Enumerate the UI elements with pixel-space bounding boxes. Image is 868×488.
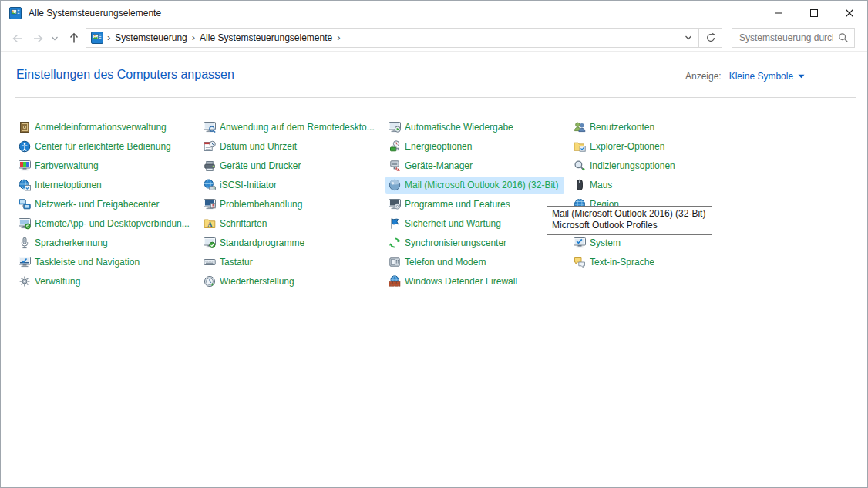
control-panel-item[interactable]: Standardprogramme [200,234,311,251]
remoteapp-connections-icon [19,217,31,230]
control-panel-item[interactable]: Problembehandlung [200,196,308,213]
refresh-button[interactable] [698,29,722,47]
item-label: Internetoptionen [35,180,102,190]
control-panel-item[interactable]: Farbverwaltung [15,157,105,174]
control-panel-item[interactable]: Center für erleichterte Bedienung [15,138,177,155]
item-label: Indizierungsoptionen [590,160,675,171]
item-label: Text-in-Sprache [590,257,654,268]
recovery-icon [204,275,216,288]
breadcrumb: ›Systemsteuerung›Alle Systemsteuerungsel… [103,29,345,47]
remote-desktop-app-icon [204,121,216,133]
breadcrumb-separator-icon: › [188,32,199,43]
item-label: Automatische Wiedergabe [405,122,513,133]
control-panel-item[interactable]: Internetoptionen [15,177,108,194]
control-panel-item[interactable]: Indizierungsoptionen [570,157,681,174]
network-sharing-icon [19,198,31,210]
devices-printers-icon [204,160,216,172]
iscsi-initiator-icon [204,179,216,191]
forward-button[interactable] [29,25,49,51]
breadcrumb-item[interactable]: Systemsteuerung [114,32,187,43]
control-panel-item[interactable]: Netzwerk- und Freigabecenter [15,196,165,213]
chevron-down-icon [685,35,692,41]
up-button[interactable] [64,25,84,51]
control-panel-item[interactable]: Mail (Microsoft Outlook 2016) (32-Bit) [385,177,564,194]
item-label: Problembehandlung [220,199,302,210]
control-panel-item[interactable]: Geräte-Manager [385,157,479,174]
forward-arrow-icon [32,32,45,45]
mail-icon [389,179,401,191]
item-label: Mail (Microsoft Outlook 2016) (32-Bit) [405,180,558,190]
control-panel-item[interactable]: Automatische Wiedergabe [385,119,520,136]
item-label: Netzwerk- und Freigabecenter [35,199,159,210]
control-panel-item[interactable]: Text-in-Sprache [570,254,661,271]
control-panel-item[interactable]: Anmeldeinformationsverwaltung [15,119,173,136]
item-label: Synchronisierungscenter [405,237,506,248]
maximize-icon [809,8,819,18]
credential-manager-icon [19,121,31,133]
view-by-dropdown[interactable]: Kleine Symbole [729,71,805,82]
item-label: Explorer-Optionen [590,141,664,152]
view-by-control: Anzeige: Kleine Symbole [685,71,805,82]
item-label: Taskleiste und Navigation [35,257,140,268]
control-panel-item[interactable]: Sicherheit und Wartung [385,215,507,232]
control-panel-item[interactable]: Windows Defender Firewall [385,273,523,290]
indexing-options-icon [574,160,586,172]
control-panel-item[interactable]: Energieoptionen [385,138,478,155]
breadcrumb-item[interactable]: Alle Systemsteuerungselemente [199,32,333,43]
item-label: Standardprogramme [220,237,304,248]
taskbar-navigation-icon [19,256,31,268]
control-panel-item[interactable]: Maus [570,177,618,194]
control-panel-item[interactable]: Verwaltung [15,273,86,290]
search-icon [838,32,849,43]
control-panel-item[interactable]: Synchronisierungscenter [385,234,513,251]
tooltip-line-2: Microsoft Outlook Profiles [552,220,705,231]
control-panel-item[interactable]: Telefon und Modem [385,254,492,271]
minimize-icon [774,8,783,18]
control-panel-item[interactable]: Geräte und Drucker [200,157,307,174]
control-panel-item[interactable]: Spracherkennung [15,234,114,251]
close-button[interactable] [832,1,867,25]
breadcrumb-separator-icon: › [103,32,114,43]
control-panel-item[interactable]: System [570,234,627,251]
item-label: iSCSI-Initiator [220,180,277,190]
default-programs-icon [204,237,216,249]
window-controls [761,1,867,25]
administrative-tools-icon [19,275,31,288]
address-bar[interactable]: ›Systemsteuerung›Alle Systemsteuerungsel… [86,28,722,48]
device-manager-icon [389,160,401,172]
system-icon [574,237,586,249]
date-time-icon [204,140,216,153]
control-panel-item[interactable]: Wiederherstellung [200,273,301,290]
programs-features-icon [389,198,401,210]
mail-item-tooltip: Mail (Microsoft Outlook 2016) (32-Bit) M… [547,206,712,235]
control-panel-item[interactable]: Taskleiste und Navigation [15,254,146,271]
search-input[interactable] [732,32,833,43]
header-divider [15,97,856,98]
control-panel-item[interactable]: Explorer-Optionen [570,138,671,155]
explorer-options-icon [574,140,586,153]
control-panel-item[interactable]: Benutzerkonten [570,119,661,136]
security-maintenance-icon [389,217,401,230]
address-dropdown-button[interactable] [678,29,698,47]
control-panel-item[interactable]: Tastatur [200,254,259,271]
control-panel-item[interactable]: Anwendung auf dem Remotedeskto... [200,119,381,136]
back-button[interactable] [7,25,27,51]
minimize-button[interactable] [761,1,796,25]
recent-locations-button[interactable] [49,25,61,51]
search-box [732,28,855,48]
control-panel-item[interactable]: Datum und Uhrzeit [200,138,303,155]
item-label: Farbverwaltung [35,160,99,171]
search-button[interactable] [833,29,854,47]
item-label: Energieoptionen [405,141,472,152]
back-arrow-icon [10,32,24,45]
control-panel-item[interactable]: Programme und Features [385,196,516,213]
sync-center-icon [389,237,401,249]
maximize-button[interactable] [796,1,832,25]
item-label: RemoteApp- und Desktopverbindun... [35,218,190,229]
control-panel-item[interactable]: iSCSI-Initiator [200,177,283,194]
item-label: Wiederherstellung [220,276,294,287]
refresh-icon [705,32,716,43]
control-panel-item[interactable]: RemoteApp- und Desktopverbindun... [15,215,196,232]
control-panel-item[interactable]: ASchriftarten [200,215,273,232]
chevron-down-icon [51,35,59,42]
